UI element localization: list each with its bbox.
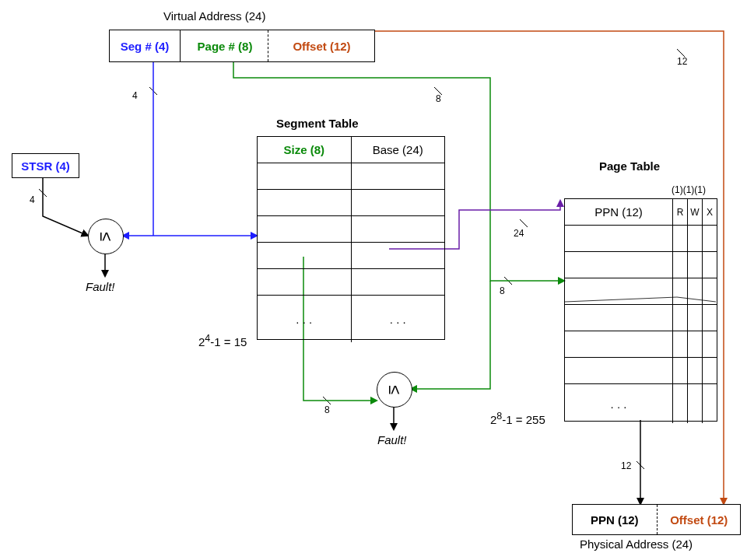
segtable-size-hdr: Size (8) — [258, 137, 352, 163]
segtable-dots1: . . . — [258, 296, 352, 342]
virtual-address-title: Virtual Address (24) — [163, 9, 265, 23]
pt-x: X — [703, 199, 717, 225]
pa-ppn: PPN (12) — [573, 513, 657, 527]
segtable-dots2: . . . — [352, 296, 445, 342]
va-page: Page # (8) — [182, 40, 268, 53]
fault-seg-label: Fault! — [86, 280, 115, 293]
pt-w: W — [688, 199, 703, 225]
page-table-title: Page Table — [599, 159, 660, 173]
pagetable-maxidx: 28-1 = 255 — [490, 411, 545, 426]
physical-address-box: PPN (12) Offset (12) — [572, 504, 741, 535]
segment-table: Size (8) Base (24) . . . . . . — [257, 136, 445, 340]
svg-line-5 — [520, 219, 528, 227]
wire-8c: 8 — [500, 285, 505, 296]
pt-dots: . . . — [565, 384, 673, 423]
va-offset: Offset (12) — [269, 40, 374, 53]
virtual-address-box: Seg # (4) Page # (8) Offset (12) — [109, 30, 375, 62]
wire-12a: 12 — [621, 460, 631, 471]
pt-ppn-hdr: PPN (12) — [565, 199, 673, 225]
pa-offset: Offset (12) — [658, 513, 741, 527]
va-seg: Seg # (4) — [110, 40, 180, 53]
physical-address-title: Physical Address (24) — [580, 537, 693, 551]
segment-table-title: Segment Table — [276, 117, 359, 130]
pt-r: R — [673, 199, 688, 225]
segtable-base-hdr: Base (24) — [352, 137, 445, 163]
stsr-box: STSR (4) — [12, 153, 79, 178]
wire-4a: 4 — [132, 90, 138, 101]
compare-size-icon: ≤ — [377, 372, 412, 408]
wire-4b: 4 — [30, 194, 35, 205]
fault-size-label: Fault! — [377, 433, 407, 446]
wire-8a: 8 — [436, 93, 441, 104]
page-table: PPN (12) R W X . . . — [564, 198, 717, 422]
segtable-maxidx: 24-1 = 15 — [198, 333, 247, 348]
wire-12b: 12 — [677, 56, 687, 67]
wire-8b: 8 — [324, 404, 330, 415]
compare-seg-icon: ≤ — [88, 219, 124, 254]
wire-24: 24 — [514, 228, 524, 239]
page-table-bits: (1)(1)(1) — [672, 184, 706, 195]
